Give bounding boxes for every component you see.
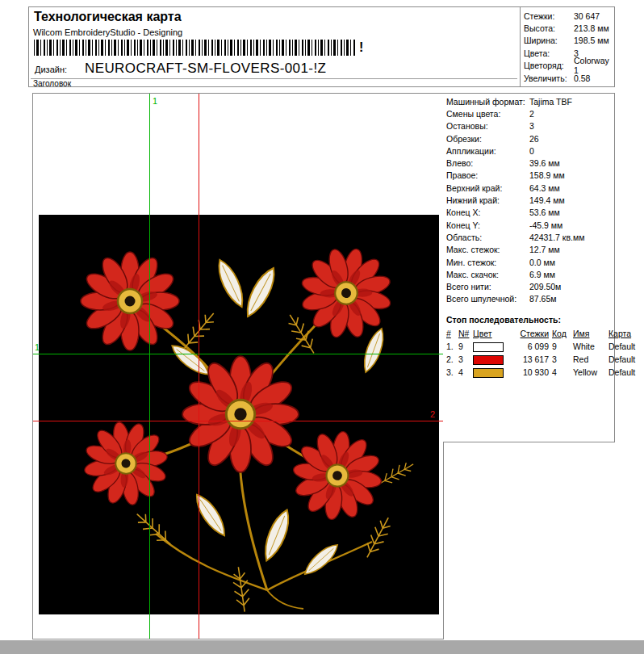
swatch-cell [473,354,510,364]
header-caption: Заголовок [33,79,71,88]
stat-label: Макс. скачок: [446,270,529,279]
stitch-count: 13 617 [510,354,552,364]
col-header: # [446,329,458,338]
machine-row: Макс. стежок:12.7 мм [446,244,613,256]
summary-box: Стежки:30 647 Высота:213.8 мм Ширина:198… [521,7,614,86]
summary-row: Высота:213.8 мм [524,22,612,34]
stop-num: 2. [446,354,458,364]
barcode [34,40,357,56]
stat-label: Высота: [524,23,574,33]
stat-label: Правое: [446,170,529,180]
stat-value: 12.7 мм [529,245,613,254]
stat-value: 39.6 мм [529,158,613,168]
stat-label: Увеличить: [524,73,574,83]
thread-code: 9 [552,342,573,351]
thread-name: Red [573,354,608,364]
machine-row: Всего нити:209.50м [446,280,613,292]
stat-value: 30 647 [574,11,612,21]
machine-row: Машинный формат:Tajima TBF [446,95,613,107]
header: Технологическая карта Wilcom EmbroideryS… [28,6,615,87]
stat-value: 213.8 мм [574,23,612,33]
machine-row: Аппликации:0 [446,145,613,157]
stop-num: 3. [446,367,458,377]
needle-num: 4 [458,367,473,377]
col-header: Код [552,329,573,338]
stat-value: 0.0 мм [529,258,613,267]
stat-value: 158.9 мм [529,170,613,180]
stat-label: Макс. стежок: [446,245,529,254]
machine-row: Верхний край:64.3 мм [446,182,613,194]
stat-value: 3 [529,121,613,131]
machine-row: Конец Y:-45.9 мм [446,219,613,231]
stat-value: -45.9 мм [529,220,613,230]
stop-sequence-table: # N# Цвет Стежки Код Имя Карта 1. 9 6 09… [446,327,613,379]
stat-value: Tajima TBF [529,97,613,107]
thread-chart: Default [608,367,635,377]
stat-value: 6.9 мм [529,270,613,279]
stat-value: 64.3 мм [529,183,613,193]
machine-row: Конец X:53.6 мм [446,207,613,219]
machine-row: Область:42431.7 кв.мм [446,231,613,243]
color-swatch [473,342,504,352]
stat-label: Стежки: [524,11,574,21]
stop-row: 1. 9 6 099 9 White Default [446,340,613,353]
start-guide-label-left: 1 [35,342,40,352]
machine-row: Обрезки:26 [446,132,613,145]
color-swatch [473,355,504,365]
stat-value: 0 [529,146,613,156]
summary-row: Ширина:198.5 мм [524,35,612,47]
stat-value: 149.4 мм [529,195,613,205]
machine-row: Мин. стежок:0.0 мм [446,256,613,268]
needle-num: 9 [458,342,473,351]
thread-chart: Default [608,342,635,351]
machine-row: Макс. скачок:6.9 мм [446,268,613,280]
end-guide-label: 2 [430,409,435,419]
machine-row: Смены цвета:2 [446,107,613,119]
stat-value: 87.65м [529,294,613,304]
machine-row: Нижний край:149.4 мм [446,194,613,206]
stat-label: Влево: [446,158,529,168]
stat-label: Всего нити: [446,282,529,291]
color-swatch [473,368,504,378]
stat-value: 0.58 [574,73,612,83]
stat-value: 209.50м [529,282,613,291]
thread-code: 4 [552,367,573,377]
app-subtitle: Wilcom EmbroideryStudio - Designing [33,27,182,37]
machine-row: Всего шпулечной:87.65м [446,293,613,305]
stat-label: Цветоряд: [524,61,574,70]
stat-label: Конец X: [446,208,529,217]
thread-name: White [573,342,608,351]
stat-value: 2 [529,109,613,119]
stat-label: Аппликации: [446,146,529,156]
machine-row: Влево:39.6 мм [446,157,613,169]
header-left: Технологическая карта Wilcom EmbroideryS… [29,7,521,86]
stat-label: Конец Y: [446,220,529,230]
stop-row: 2. 3 13 617 3 Red Default [446,353,613,366]
stitch-count: 10 930 [510,367,552,377]
col-header: N# [458,329,473,338]
design-row: Дизайн: NEUROCRAFT-SM-FLOVERS-001-!Z [35,61,326,77]
stat-label: Мин. стежок: [446,258,529,267]
stat-label: Машинный формат: [446,97,529,107]
page-title: Технологическая карта [34,10,182,24]
col-header: Стежки [510,329,552,338]
swatch-cell [473,341,510,351]
design-name: NEUROCRAFT-SM-FLOVERS-001-!Z [85,61,326,77]
design-preview: 1 1 2 [33,94,443,639]
barcode-text: ! [359,40,363,56]
stat-value: 198.5 мм [574,36,612,45]
stop-sequence-title: Стоп последовательность: [446,315,613,325]
embroidery-design [39,215,439,614]
stop-table-header: # N# Цвет Стежки Код Имя Карта [446,327,613,340]
stat-label: Всего шпулечной: [446,294,529,304]
start-guide-label-top: 1 [153,96,157,106]
stop-num: 1. [446,342,458,351]
stat-value: 26 [529,134,613,144]
stat-value: 53.6 мм [529,208,613,217]
stitch-count: 6 099 [510,342,552,351]
col-header: Цвет [473,329,510,338]
col-header: Имя [573,329,608,338]
swatch-cell [473,367,510,377]
stat-value: 42431.7 кв.мм [529,233,613,242]
worksheet-page: Технологическая карта Wilcom EmbroideryS… [0,0,644,640]
